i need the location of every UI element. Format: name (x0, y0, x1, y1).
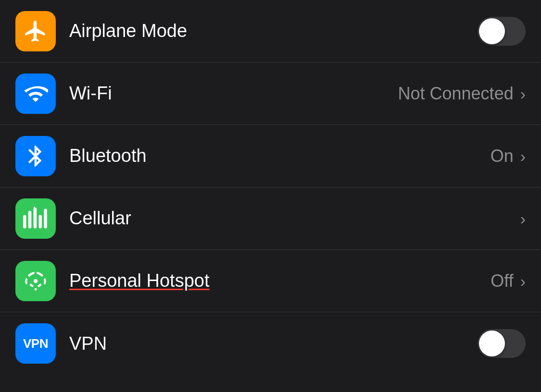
wifi-label: Wi-Fi (69, 83, 398, 104)
settings-list: Airplane Mode Wi-Fi Not Connected › Blue… (0, 0, 541, 392)
bluetooth-icon (23, 144, 48, 169)
cellular-icon (23, 206, 48, 231)
cellular-chevron-icon: › (520, 210, 526, 227)
vpn-icon-wrapper: VPN (15, 323, 56, 364)
personal-hotspot-value: Off (491, 271, 513, 291)
airplane-mode-row[interactable]: Airplane Mode (0, 0, 541, 62)
personal-hotspot-label: Personal Hotspot (69, 270, 491, 291)
cellular-control: › (520, 210, 526, 227)
wifi-value: Not Connected (398, 84, 514, 104)
airplane-icon (23, 19, 48, 44)
airplane-mode-label: Airplane Mode (69, 21, 478, 41)
vpn-control (478, 329, 526, 358)
wifi-row[interactable]: Wi-Fi Not Connected › (0, 62, 541, 125)
vpn-label: VPN (69, 333, 478, 354)
bluetooth-value: On (491, 146, 514, 166)
bluetooth-row[interactable]: Bluetooth On › (0, 125, 541, 187)
hotspot-icon-wrapper (15, 261, 56, 301)
cellular-label: Cellular (69, 208, 520, 229)
personal-hotspot-control: Off › (491, 271, 526, 291)
airplane-mode-toggle[interactable] (478, 17, 526, 46)
vpn-toggle[interactable] (478, 329, 526, 358)
wifi-icon (23, 81, 48, 106)
bluetooth-control: On › (491, 146, 526, 166)
bluetooth-label: Bluetooth (69, 146, 491, 166)
airplane-mode-icon-wrapper (15, 11, 56, 51)
vpn-icon-text: VPN (23, 336, 48, 351)
vpn-toggle-knob (479, 331, 505, 356)
wifi-control: Not Connected › (398, 84, 526, 104)
hotspot-icon (23, 269, 48, 294)
airplane-mode-toggle-knob (479, 18, 505, 44)
wifi-chevron-icon: › (520, 86, 526, 102)
bluetooth-chevron-icon: › (520, 148, 526, 164)
wifi-icon-wrapper (15, 74, 56, 114)
cellular-row[interactable]: Cellular › (0, 187, 541, 250)
bluetooth-icon-wrapper (15, 136, 56, 176)
personal-hotspot-row[interactable]: Personal Hotspot Off › (0, 250, 541, 312)
vpn-row[interactable]: VPN VPN (0, 312, 541, 375)
personal-hotspot-chevron-icon: › (520, 273, 526, 289)
cellular-icon-wrapper (15, 198, 56, 239)
airplane-mode-control (478, 17, 526, 46)
